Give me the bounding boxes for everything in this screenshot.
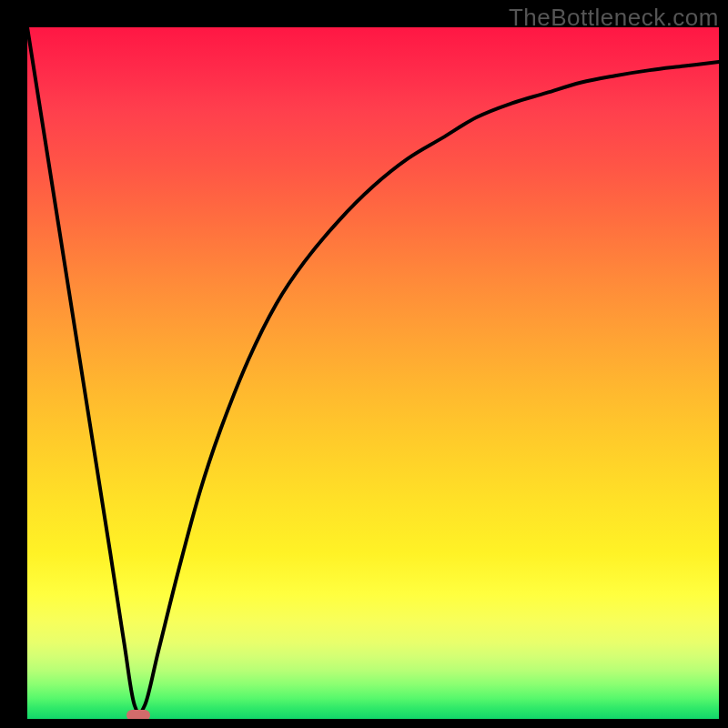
bottleneck-curve	[27, 27, 719, 713]
optimal-point-marker	[126, 710, 150, 719]
chart-frame: TheBottleneck.com	[0, 0, 728, 728]
plot-area	[27, 27, 719, 719]
watermark-text: TheBottleneck.com	[509, 4, 719, 32]
curve-svg	[27, 27, 719, 719]
